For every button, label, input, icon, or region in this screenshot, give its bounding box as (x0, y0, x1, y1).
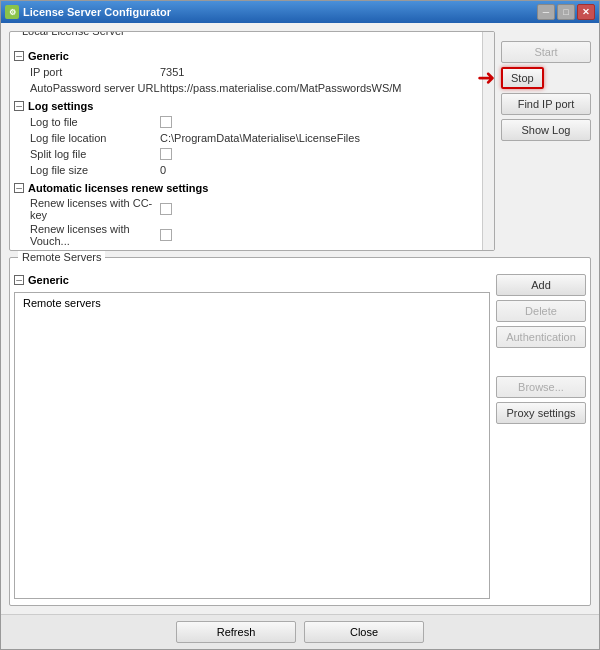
spacer (496, 352, 586, 372)
split-log-checkbox[interactable] (160, 148, 172, 160)
browse-button[interactable]: Browse... (496, 376, 586, 398)
days-expired-row: Days till license expired 14 (14, 248, 478, 250)
generic-collapse-btn[interactable]: ─ (14, 51, 24, 61)
remote-generic-label: Generic (28, 274, 69, 286)
log-file-location-row: Log file location C:\ProgramData\Materia… (14, 130, 478, 146)
proxy-settings-button[interactable]: Proxy settings (496, 402, 586, 424)
log-to-file-checkbox[interactable] (160, 116, 172, 128)
stop-button[interactable]: Stop (501, 67, 544, 89)
ip-port-value: 7351 (160, 66, 478, 78)
window-controls: ─ □ ✕ (537, 4, 595, 20)
split-log-label: Split log file (30, 148, 160, 160)
remote-generic-collapse[interactable]: ─ (14, 275, 24, 285)
scrollbar[interactable] (482, 32, 494, 250)
window-content: Local License Server ─ Generic IP port 7… (1, 23, 599, 614)
local-server-label: Local License Server (18, 31, 129, 37)
split-log-row: Split log file (14, 146, 478, 162)
log-file-size-value: 0 (160, 164, 478, 176)
remote-servers-panel: Remote Servers ─ Generic Remote servers (9, 257, 591, 606)
maximize-button[interactable]: □ (557, 4, 575, 20)
autopassword-label: AutoPassword server URL (30, 82, 160, 94)
log-file-size-row: Log file size 0 (14, 162, 478, 178)
ip-port-label: IP port (30, 66, 160, 78)
generic-section-header[interactable]: ─ Generic (14, 50, 478, 62)
window-icon: ⚙ (5, 5, 19, 19)
remote-servers-list-label: Remote servers (23, 297, 101, 309)
autopassword-value: https://pass.materialise.com/MatPassword… (160, 82, 478, 94)
log-file-location-value: C:\ProgramData\Materialise\LicenseFiles (160, 132, 478, 144)
generic-section-label: Generic (28, 50, 69, 62)
close-button[interactable]: ✕ (577, 4, 595, 20)
top-section: Local License Server ─ Generic IP port 7… (9, 31, 591, 251)
local-server-panel: Local License Server ─ Generic IP port 7… (9, 31, 495, 251)
log-section-header[interactable]: ─ Log settings (14, 100, 478, 112)
local-server-buttons: Start Stop ➜ Find IP port Show Log (501, 31, 591, 251)
remote-buttons: Add Delete Authentication Browse... Prox… (496, 274, 586, 599)
add-button[interactable]: Add (496, 274, 586, 296)
log-file-size-label: Log file size (30, 164, 160, 176)
title-bar: ⚙ License Server Configurator ─ □ ✕ (1, 1, 599, 23)
local-server-content: ─ Generic IP port 7351 AutoPassword serv… (10, 42, 494, 250)
renew-vouch-label: Renew licenses with Vouch... (30, 223, 160, 247)
renew-cc-row: Renew licenses with CC-key (14, 196, 478, 222)
renew-cc-label: Renew licenses with CC-key (30, 197, 160, 221)
bottom-section: Remote Servers ─ Generic Remote servers (9, 257, 591, 606)
window-title: License Server Configurator (23, 6, 537, 18)
autopassword-row: AutoPassword server URL https://pass.mat… (14, 80, 478, 96)
auto-licenses-section-header[interactable]: ─ Automatic licenses renew settings (14, 182, 478, 194)
authentication-button[interactable]: Authentication (496, 326, 586, 348)
auto-licenses-collapse-btn[interactable]: ─ (14, 183, 24, 193)
renew-cc-checkbox[interactable] (160, 203, 172, 215)
delete-button[interactable]: Delete (496, 300, 586, 322)
renew-vouch-row: Renew licenses with Vouch... (14, 222, 478, 248)
refresh-button[interactable]: Refresh (176, 621, 296, 643)
footer: Refresh Close (1, 614, 599, 649)
log-to-file-row: Log to file (14, 114, 478, 130)
remote-servers-label: Remote Servers (18, 251, 105, 263)
renew-vouch-checkbox[interactable] (160, 229, 172, 241)
minimize-button[interactable]: ─ (537, 4, 555, 20)
main-window: ⚙ License Server Configurator ─ □ ✕ Loca… (0, 0, 600, 650)
remote-left-section: ─ Generic Remote servers (14, 274, 490, 599)
find-ip-port-button[interactable]: Find IP port (501, 93, 591, 115)
start-button[interactable]: Start (501, 41, 591, 63)
remote-generic-header[interactable]: ─ Generic (14, 274, 490, 286)
close-footer-button[interactable]: Close (304, 621, 424, 643)
log-section-label: Log settings (28, 100, 93, 112)
remote-panel-inner: ─ Generic Remote servers Add Delete Auth… (10, 268, 590, 605)
auto-licenses-section-label: Automatic licenses renew settings (28, 182, 208, 194)
remote-servers-list: Remote servers (14, 292, 490, 599)
ip-port-row: IP port 7351 (14, 64, 478, 80)
show-log-button[interactable]: Show Log (501, 119, 591, 141)
log-to-file-label: Log to file (30, 116, 160, 128)
log-file-location-label: Log file location (30, 132, 160, 144)
log-collapse-btn[interactable]: ─ (14, 101, 24, 111)
